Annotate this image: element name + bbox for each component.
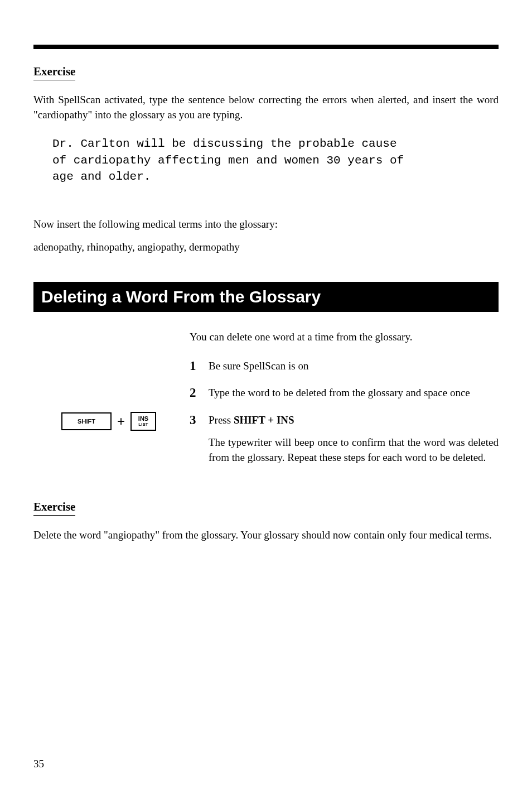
step-3-extra: The typewriter will beep once to confirm… — [209, 435, 499, 465]
exercise-1-heading: Exercise — [33, 65, 75, 80]
step-3-prefix: Press — [209, 414, 234, 426]
section-body: You can delete one word at a time from t… — [190, 331, 499, 465]
exercise-2-text: Delete the word "angiopathy" from the gl… — [33, 528, 499, 543]
step-1-text: Be sure SpellScan is on — [209, 359, 308, 374]
ins-key-icon: INS LIST — [130, 412, 156, 431]
step-2: 2 Type the word to be deleted from the g… — [190, 386, 499, 401]
step-2-text: Type the word to be deleted from the glo… — [209, 386, 470, 401]
page-number: 35 — [33, 758, 44, 770]
shift-key-icon: SHIFT — [61, 412, 112, 430]
step-2-number: 2 — [190, 386, 209, 400]
exercise-2-heading: Exercise — [33, 500, 75, 516]
exercise-1-followup-1: Now insert the following medical terms i… — [33, 217, 499, 232]
plus-icon: + — [117, 414, 125, 429]
step-1: 1 Be sure SpellScan is on — [190, 359, 499, 374]
step-3-bold: SHIFT + INS — [234, 414, 294, 426]
section-intro: You can delete one word at a time from t… — [190, 331, 499, 343]
section-banner-deleting-word: Deleting a Word From the Glossary — [33, 282, 499, 312]
key-combo-shift-ins: SHIFT + INS LIST — [61, 412, 156, 431]
ins-key-top-label: INS — [138, 415, 148, 422]
ins-key-bottom-label: LIST — [136, 422, 151, 427]
exercise-1-sample-text: Dr. Carlton will be discussing the proba… — [33, 136, 499, 185]
step-1-number: 1 — [190, 359, 209, 373]
step-3-text: Press SHIFT + INS — [209, 413, 294, 428]
step-3: SHIFT + INS LIST 3 Press SHIFT + INS The… — [190, 413, 499, 465]
step-list: 1 Be sure SpellScan is on 2 Type the wor… — [190, 359, 499, 465]
step-3-number: 3 — [190, 413, 209, 427]
exercise-1-intro: With SpellScan activated, type the sente… — [33, 93, 499, 122]
exercise-1-followup-2: adenopathy, rhinopathy, angiopathy, derm… — [33, 240, 499, 255]
top-horizontal-rule — [33, 45, 499, 49]
